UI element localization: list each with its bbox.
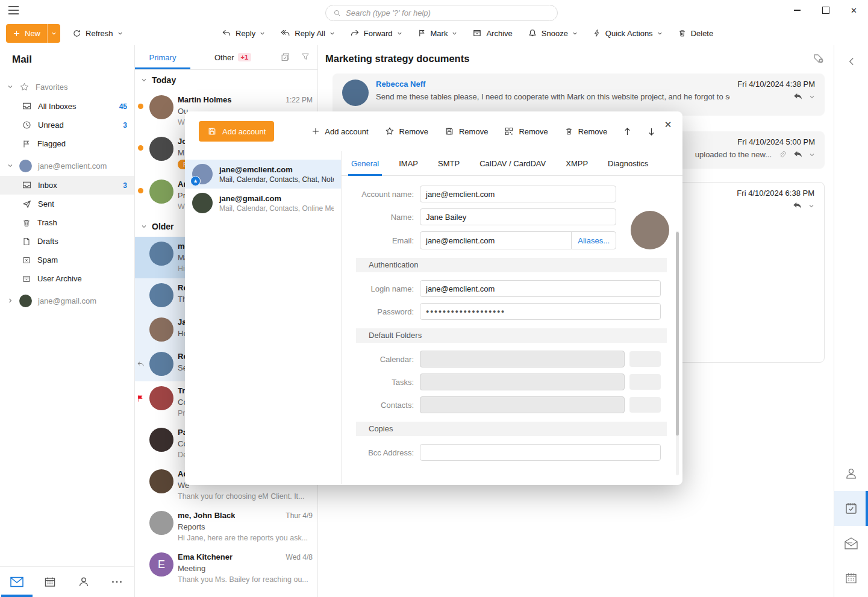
inbox-icon — [22, 180, 32, 190]
sidebar-account-gmail[interactable]: jane@gmail.com — [0, 290, 134, 311]
avatar — [149, 137, 173, 161]
reply-button[interactable]: Reply — [222, 28, 265, 38]
reply-icon[interactable] — [793, 93, 803, 101]
search-input[interactable]: Search (type '?' for help) — [325, 5, 558, 21]
minimize-button[interactable] — [783, 0, 811, 20]
password-field[interactable]: ●●●●●●●●●●●●●●●●●●● — [426, 308, 505, 314]
tab-xmpp[interactable]: XMPP — [566, 151, 588, 175]
account-row[interactable]: jane@gmail.com Mail, Calendar, Contacts,… — [185, 189, 341, 217]
move-down-button[interactable] — [648, 127, 655, 136]
tab-smtp[interactable]: SMTP — [438, 151, 460, 175]
account-name-field[interactable]: jane@emclient.com — [420, 186, 616, 202]
login-name-field[interactable]: jane@emclient.com — [420, 280, 661, 297]
sidebar-item-all-inboxes[interactable]: All Inboxes 45 — [0, 97, 134, 116]
account-row-selected[interactable]: ★ jane@emclient.com Mail, Calendar, Cont… — [185, 160, 341, 189]
rail-contacts[interactable] — [834, 456, 868, 491]
nav-contacts[interactable] — [67, 567, 101, 597]
dialog-close-button[interactable]: ✕ — [660, 116, 676, 133]
filter-icon[interactable] — [301, 52, 310, 61]
account-avatar[interactable] — [631, 211, 669, 249]
add-account-button[interactable]: Add account — [311, 127, 368, 136]
mark-button[interactable]: Mark — [417, 28, 458, 38]
sidebar-item-drafts[interactable]: Drafts — [0, 232, 134, 251]
sidebar-item-user-archive[interactable]: User Archive — [0, 269, 134, 288]
sidebar-section-favorites[interactable]: Favorites — [0, 77, 134, 97]
other-count-badge: +1 — [238, 53, 252, 61]
delete-button[interactable]: Delete — [678, 28, 714, 38]
select-messages-icon[interactable] — [280, 52, 291, 63]
dialog-scrollbar[interactable] — [676, 231, 679, 475]
tasks-folder-browse-button[interactable] — [629, 374, 661, 390]
remove-device-button[interactable]: Remove — [504, 127, 548, 136]
forward-button[interactable]: Forward — [350, 28, 402, 38]
chevron-right-icon — [7, 298, 13, 304]
plus-icon — [311, 127, 320, 136]
remove-favorite-button[interactable]: Remove — [385, 127, 428, 136]
email-field[interactable]: jane@emclient.com — [420, 232, 571, 249]
rail-tasks[interactable] — [834, 491, 868, 526]
nav-more[interactable] — [101, 567, 134, 597]
move-up-button[interactable] — [623, 127, 631, 136]
avatar — [149, 180, 173, 204]
tab-primary[interactable]: Primary — [135, 53, 190, 62]
chevron-down-icon[interactable] — [809, 94, 815, 100]
avatar — [149, 469, 173, 493]
sidebar-account-emclient[interactable]: jane@emclient.com — [0, 155, 134, 176]
sidebar-item-sent[interactable]: Sent — [0, 195, 134, 213]
list-item[interactable]: me, John BlackThur 4/9 Reports Hi Jane, … — [135, 506, 317, 548]
avatar — [149, 95, 173, 119]
calendar-folder-browse-button[interactable] — [629, 351, 661, 367]
sidebar-item-trash[interactable]: Trash — [0, 213, 134, 232]
new-button[interactable]: New — [6, 24, 60, 43]
avatar: E — [149, 552, 173, 577]
nav-calendar[interactable] — [34, 567, 67, 597]
archive-button[interactable]: Archive — [472, 28, 512, 38]
chevron-down-icon[interactable] — [809, 152, 815, 158]
snooze-button[interactable]: Snooze — [528, 28, 578, 38]
tab-caldav-carddav[interactable]: CalDAV / CardDAV — [479, 151, 546, 175]
reply-icon[interactable] — [792, 202, 802, 210]
group-header-today[interactable]: Today — [135, 70, 317, 90]
sender-name[interactable]: Rebecca Neff — [376, 80, 730, 89]
message-collapsed[interactable]: Rebecca Neff Send me these tables please… — [333, 73, 825, 116]
rail-calendar[interactable] — [834, 561, 868, 596]
add-tag-icon[interactable] — [813, 52, 825, 64]
name-field[interactable]: Jane Bailey — [420, 208, 616, 225]
bcc-address-field[interactable] — [420, 444, 661, 461]
chevron-down-icon[interactable] — [808, 203, 814, 209]
new-dropdown[interactable] — [47, 24, 60, 43]
titlebar: Search (type '?' for help) ✕ — [0, 0, 868, 22]
sidebar-item-unread[interactable]: Unread 3 — [0, 116, 134, 134]
flag-icon — [22, 139, 31, 149]
hamburger-menu-icon[interactable] — [8, 6, 19, 14]
avatar — [19, 295, 32, 307]
maximize-button[interactable] — [811, 0, 840, 20]
aliases-button[interactable]: Aliases... — [571, 232, 616, 249]
tab-other[interactable]: Other +1 — [214, 53, 251, 62]
avatar — [19, 160, 32, 172]
remove-data-button[interactable]: Remove — [445, 127, 488, 136]
tab-imap[interactable]: IMAP — [399, 151, 418, 175]
scrollbar-thumb[interactable] — [676, 232, 679, 436]
chevron-down-icon — [7, 163, 13, 169]
reply-all-button[interactable]: Reply All — [280, 28, 335, 38]
tab-diagnostics[interactable]: Diagnostics — [608, 151, 648, 175]
sidebar-item-spam[interactable]: Spam — [0, 251, 134, 269]
open-envelope-icon — [844, 537, 858, 550]
nav-mail[interactable] — [0, 567, 34, 597]
close-button[interactable]: ✕ — [840, 0, 868, 20]
tab-general[interactable]: General — [351, 151, 379, 175]
contacts-folder-browse-button[interactable] — [629, 397, 661, 413]
sidebar-item-flagged[interactable]: Flagged — [0, 134, 134, 153]
avatar — [149, 352, 173, 376]
section-title: Mail — [12, 54, 134, 66]
add-account-primary-button[interactable]: Add account — [199, 121, 274, 142]
rail-mail[interactable] — [834, 526, 868, 561]
quick-actions-button[interactable]: Quick Actions — [593, 28, 663, 38]
reply-icon[interactable] — [793, 151, 803, 159]
remove-account-button[interactable]: Remove — [564, 127, 607, 136]
sidebar-item-inbox[interactable]: Inbox 3 — [0, 176, 134, 195]
collapse-panel-button[interactable] — [834, 57, 868, 66]
list-item[interactable]: E Ema KitchenerWed 4/8 Meeting Thank you… — [135, 548, 317, 589]
refresh-button[interactable]: Refresh — [72, 29, 123, 38]
